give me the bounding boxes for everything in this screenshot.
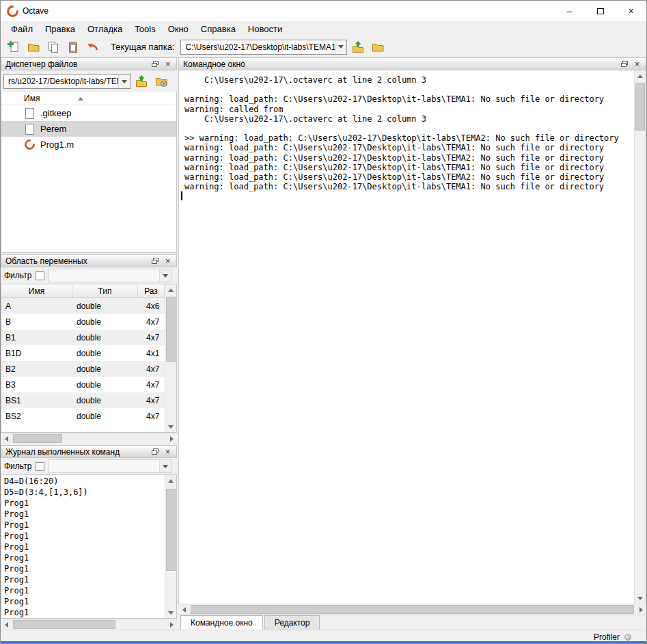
copy-button[interactable] <box>44 38 62 56</box>
scroll-up-button[interactable] <box>635 70 646 81</box>
menu-window[interactable]: Окно <box>162 23 195 36</box>
history-item[interactable]: Prog1 <box>1 541 165 552</box>
history-item[interactable]: Prog1 <box>1 531 165 541</box>
history-item[interactable]: Prog1 <box>1 563 165 574</box>
history-item[interactable]: Prog1 <box>1 574 165 585</box>
scroll-left-button[interactable] <box>1 433 12 444</box>
chevron-down-icon <box>163 274 168 278</box>
history-item[interactable]: Prog1 <box>1 585 165 596</box>
variable-row[interactable]: A double 4x6 <box>1 298 165 314</box>
menu-file[interactable]: Файл <box>5 23 39 36</box>
scrollbar-thumb[interactable] <box>635 83 645 131</box>
folder-up-button[interactable] <box>349 38 367 56</box>
paste-button[interactable] <box>64 38 82 56</box>
menu-debug[interactable]: Отладка <box>81 23 128 36</box>
combo-dropdown-button[interactable] <box>118 75 130 88</box>
file-row[interactable]: Perem <box>1 121 176 137</box>
column-header-size[interactable]: Раз <box>138 284 165 297</box>
variable-row[interactable]: BS1 double 4x7 <box>1 392 165 408</box>
history-item[interactable]: Prog1 <box>1 552 165 563</box>
vertical-scrollbar[interactable] <box>165 475 176 618</box>
file-row[interactable]: .gitkeep <box>1 105 176 121</box>
scroll-up-button[interactable] <box>165 284 176 295</box>
scrollbar-track[interactable] <box>165 486 176 607</box>
horizontal-scrollbar[interactable] <box>178 604 646 615</box>
horizontal-scrollbar[interactable] <box>1 433 177 444</box>
scroll-down-button[interactable] <box>635 593 646 604</box>
history-item[interactable]: D5=D(3:4,[1,3,6]) <box>1 487 165 498</box>
scrollbar-track[interactable] <box>12 619 166 630</box>
scrollbar-thumb[interactable] <box>166 297 176 362</box>
variable-row[interactable]: BS2 double 4x7 <box>1 408 165 424</box>
variable-row[interactable]: B2 double 4x7 <box>1 361 165 377</box>
variable-row[interactable]: B1 double 4x7 <box>1 330 165 345</box>
undo-button[interactable] <box>84 38 102 56</box>
close-button[interactable]: × <box>616 1 646 21</box>
file-browser-path-combobox[interactable]: rs/u202-17/Desktop/it-labs/TEMA1 <box>3 74 130 89</box>
horizontal-scrollbar[interactable] <box>1 619 177 630</box>
variable-row[interactable]: B1D double 4x1 <box>1 345 165 361</box>
profiler-status-icon[interactable] <box>624 634 631 641</box>
history-item[interactable]: D4=D(16:20) <box>1 476 165 487</box>
history-item[interactable]: Prog1 <box>1 498 165 509</box>
maximize-button[interactable] <box>585 1 616 21</box>
open-button[interactable] <box>25 38 42 56</box>
folder-actions-button[interactable] <box>152 72 170 90</box>
filter-combobox[interactable] <box>49 459 171 473</box>
filter-checkbox[interactable] <box>36 462 44 471</box>
folder-up-button[interactable] <box>133 72 150 90</box>
scroll-up-button[interactable] <box>165 475 176 486</box>
scroll-right-button[interactable] <box>166 433 177 444</box>
undock-button[interactable] <box>148 59 161 69</box>
close-panel-button[interactable]: × <box>161 59 174 69</box>
file-row[interactable]: Prog1.m <box>1 137 176 152</box>
scrollbar-track[interactable] <box>165 295 176 421</box>
terminal-output-area[interactable]: C:\Users\u202-17\.octaverc at line 2 col… <box>179 70 634 604</box>
combo-dropdown-button[interactable] <box>335 40 346 54</box>
column-header-type[interactable]: Тип <box>72 284 138 297</box>
combo-dropdown-button[interactable] <box>159 460 171 472</box>
combo-dropdown-button[interactable] <box>159 269 171 282</box>
undock-button[interactable] <box>148 256 161 266</box>
undock-button[interactable] <box>148 446 161 457</box>
history-item[interactable]: Prog1 <box>1 596 165 607</box>
minimize-button[interactable]: – <box>554 1 585 21</box>
menu-help[interactable]: Справка <box>195 23 242 36</box>
scrollbar-track[interactable] <box>189 604 635 615</box>
scroll-right-button[interactable] <box>166 619 177 630</box>
vertical-scrollbar[interactable] <box>165 284 176 432</box>
scroll-left-button[interactable] <box>1 619 12 630</box>
history-item[interactable]: Prog1 <box>1 509 165 520</box>
tab-editor[interactable]: Редактор <box>264 615 320 630</box>
scroll-right-button[interactable] <box>635 604 646 615</box>
history-item[interactable]: Prog1 <box>1 520 165 531</box>
browse-folder-button[interactable] <box>369 38 387 56</box>
variable-row[interactable]: B double 4x7 <box>1 314 165 330</box>
close-panel-button[interactable]: × <box>161 256 174 266</box>
scrollbar-thumb[interactable] <box>191 605 634 614</box>
menu-tools[interactable]: Tools <box>128 23 161 36</box>
new-script-button[interactable] <box>5 38 23 56</box>
history-item[interactable]: Prog1 <box>1 607 165 618</box>
close-panel-button[interactable]: × <box>161 446 174 457</box>
scrollbar-thumb[interactable] <box>166 489 176 571</box>
column-header-name[interactable]: Имя <box>1 284 72 297</box>
scrollbar-track[interactable] <box>635 81 646 593</box>
undock-button[interactable] <box>618 59 631 69</box>
tab-command-window[interactable]: Командное окно <box>180 615 263 630</box>
scrollbar-track[interactable] <box>12 433 166 444</box>
scrollbar-thumb[interactable] <box>13 434 62 443</box>
filter-combobox[interactable] <box>49 269 171 282</box>
scroll-left-button[interactable] <box>178 604 189 615</box>
scroll-down-button[interactable] <box>165 421 176 432</box>
menu-news[interactable]: Новости <box>242 23 288 36</box>
close-panel-button[interactable]: × <box>631 59 644 69</box>
menu-edit[interactable]: Правка <box>39 23 81 36</box>
current-folder-combobox[interactable]: C:\Users\u202-17\Desktop\it-labs\TEMA1 <box>180 40 347 55</box>
scrollbar-thumb[interactable] <box>13 620 115 629</box>
file-list-header-name[interactable]: Имя <box>1 92 176 105</box>
variable-row[interactable]: B3 double 4x7 <box>1 377 165 392</box>
scroll-down-button[interactable] <box>165 607 176 618</box>
vertical-scrollbar[interactable] <box>634 70 646 604</box>
filter-checkbox[interactable] <box>36 271 44 280</box>
